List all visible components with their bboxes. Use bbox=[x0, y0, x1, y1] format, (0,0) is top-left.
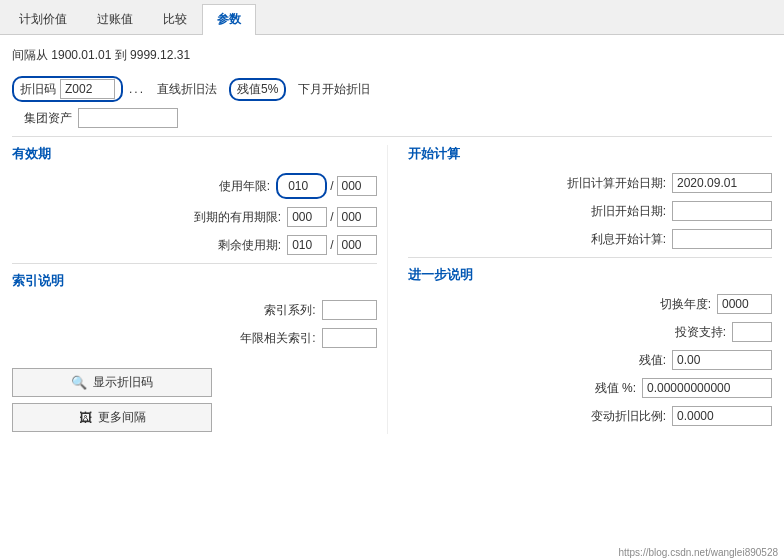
useful-life-circled bbox=[276, 173, 327, 199]
image-icon: 🖼 bbox=[79, 410, 92, 425]
useful-life-label: 使用年限: bbox=[180, 178, 270, 195]
dep-method-text: 直线折旧法 bbox=[157, 81, 217, 98]
expiry-label: 到期的有用期限: bbox=[191, 209, 281, 226]
var-dep-label: 变动折旧比例: bbox=[591, 408, 666, 425]
residual-pct-label: 残值 %: bbox=[576, 380, 636, 397]
further-title: 进一步说明 bbox=[408, 266, 773, 284]
show-dep-code-button[interactable]: 🔍 显示折旧码 bbox=[12, 368, 212, 397]
interest-start-label: 利息开始计算: bbox=[556, 231, 666, 248]
dep-calc-start-row: 折旧计算开始日期: bbox=[408, 173, 773, 193]
residual-pct-input[interactable] bbox=[642, 378, 772, 398]
year-index-label: 年限相关索引: bbox=[226, 330, 316, 347]
dep-calc-start-input[interactable] bbox=[672, 173, 772, 193]
index-series-value bbox=[322, 300, 377, 320]
dep-start-input[interactable] bbox=[672, 201, 772, 221]
remaining-row: 剩余使用期: / bbox=[12, 235, 377, 255]
dep-code-row: 折旧码 ... 直线折旧法 残值5% 下月开始折旧 bbox=[12, 76, 772, 102]
useful-life-value: / bbox=[276, 173, 376, 199]
tab-planned-value[interactable]: 计划价值 bbox=[4, 4, 82, 34]
divider2 bbox=[12, 263, 377, 264]
remaining-value: / bbox=[287, 235, 376, 255]
validity-title: 有效期 bbox=[12, 145, 377, 163]
divider3 bbox=[408, 257, 773, 258]
more-intervals-label: 更多间隔 bbox=[98, 409, 146, 426]
residual-pct-row: 残值 %: bbox=[408, 378, 773, 398]
tab-posted-value[interactable]: 过账值 bbox=[82, 4, 148, 34]
search-icon: 🔍 bbox=[71, 375, 87, 390]
start-calc-title: 开始计算 bbox=[408, 145, 773, 163]
year-index-value bbox=[322, 328, 377, 348]
validity-section: 有效期 使用年限: / 到期的有用期限: / bbox=[12, 145, 387, 434]
invest-support-row: 投资支持: bbox=[408, 322, 773, 342]
expiry-input2[interactable] bbox=[337, 207, 377, 227]
expiry-value: / bbox=[287, 207, 376, 227]
right-section: 开始计算 折旧计算开始日期: 折旧开始日期: 利息开始计算: 进一步说明 切换年… bbox=[387, 145, 773, 434]
next-month-text: 下月开始折旧 bbox=[298, 81, 370, 98]
useful-life-input1[interactable] bbox=[284, 176, 319, 196]
date-range-from: 1900.01.01 bbox=[51, 48, 111, 62]
switch-year-input[interactable] bbox=[717, 294, 772, 314]
remaining-input1[interactable] bbox=[287, 235, 327, 255]
index-series-input[interactable] bbox=[322, 300, 377, 320]
more-intervals-button[interactable]: 🖼 更多间隔 bbox=[12, 403, 212, 432]
useful-life-input2[interactable] bbox=[337, 176, 377, 196]
show-dep-code-label: 显示折旧码 bbox=[93, 374, 153, 391]
further-section: 进一步说明 切换年度: 投资支持: 残值: 残值 %: bbox=[408, 266, 773, 426]
dep-code-label: 折旧码 bbox=[20, 81, 56, 98]
dep-calc-start-label: 折旧计算开始日期: bbox=[556, 175, 666, 192]
group-asset-label: 集团资产 bbox=[12, 110, 72, 127]
residual-row: 残值: bbox=[408, 350, 773, 370]
index-series-row: 索引系列: bbox=[12, 300, 377, 320]
group-asset-row: 集团资产 bbox=[12, 108, 772, 128]
main-content: 间隔从 1900.01.01 到 9999.12.31 折旧码 ... 直线折旧… bbox=[0, 35, 784, 442]
remaining-input2[interactable] bbox=[337, 235, 377, 255]
switch-year-label: 切换年度: bbox=[651, 296, 711, 313]
dep-start-row: 折旧开始日期: bbox=[408, 201, 773, 221]
expiry-input1[interactable] bbox=[287, 207, 327, 227]
index-series-label: 索引系列: bbox=[226, 302, 316, 319]
bottom-buttons: 🔍 显示折旧码 🖼 更多间隔 bbox=[12, 368, 372, 432]
invest-support-label: 投资支持: bbox=[666, 324, 726, 341]
switch-year-row: 切换年度: bbox=[408, 294, 773, 314]
dep-code-group: 折旧码 bbox=[12, 76, 123, 102]
residual-label: 残值: bbox=[606, 352, 666, 369]
tab-bar: 计划价值 过账值 比较 参数 bbox=[0, 0, 784, 35]
remaining-label: 剩余使用期: bbox=[191, 237, 281, 254]
date-range-prefix: 间隔从 bbox=[12, 48, 48, 62]
footer-url: https://blog.csdn.net/wanglei890528 bbox=[618, 547, 778, 558]
two-col-section: 有效期 使用年限: / 到期的有用期限: / bbox=[12, 145, 772, 434]
divider1 bbox=[12, 136, 772, 137]
tab-parameters[interactable]: 参数 bbox=[202, 4, 256, 35]
date-range-to: 9999.12.31 bbox=[130, 48, 190, 62]
index-title: 索引说明 bbox=[12, 272, 377, 290]
year-index-row: 年限相关索引: bbox=[12, 328, 377, 348]
interest-start-row: 利息开始计算: bbox=[408, 229, 773, 249]
dep-start-label: 折旧开始日期: bbox=[556, 203, 666, 220]
group-asset-input[interactable] bbox=[78, 108, 178, 128]
interest-start-input[interactable] bbox=[672, 229, 772, 249]
residual-pct-circled: 残值5% bbox=[229, 78, 286, 101]
dots-separator: ... bbox=[129, 82, 145, 96]
year-index-input[interactable] bbox=[322, 328, 377, 348]
var-dep-row: 变动折旧比例: bbox=[408, 406, 773, 426]
dep-code-input[interactable] bbox=[60, 79, 115, 99]
expiry-row: 到期的有用期限: / bbox=[12, 207, 377, 227]
date-range: 间隔从 1900.01.01 到 9999.12.31 bbox=[12, 43, 772, 68]
var-dep-input[interactable] bbox=[672, 406, 772, 426]
date-range-to-label: 到 bbox=[115, 48, 127, 62]
useful-life-row: 使用年限: / bbox=[12, 173, 377, 199]
residual-input[interactable] bbox=[672, 350, 772, 370]
tab-comparison[interactable]: 比较 bbox=[148, 4, 202, 34]
invest-support-input[interactable] bbox=[732, 322, 772, 342]
